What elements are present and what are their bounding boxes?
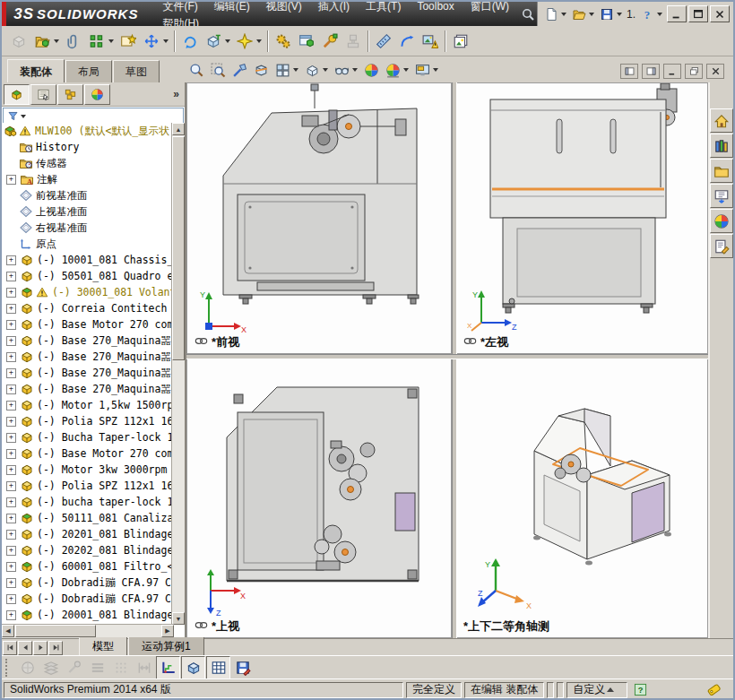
filter-funnel-icon[interactable] [5, 108, 21, 124]
expand-plus-icon[interactable]: + [6, 255, 16, 265]
new-window-icon[interactable] [295, 30, 318, 53]
tree-item[interactable]: +(-) 20201_081 Blindagem [2, 526, 174, 542]
expand-plus-icon[interactable]: + [6, 610, 16, 620]
expand-plus-icon[interactable]: + [6, 272, 16, 281]
quick-tip-icon[interactable]: ? [630, 680, 650, 700]
next-icon[interactable] [33, 641, 48, 655]
save-view-icon[interactable] [231, 657, 254, 678]
appearances-icon[interactable] [710, 209, 733, 233]
filter-dropdown-caret[interactable] [21, 115, 26, 118]
tree-item[interactable]: +(-) Base 270_Maquina噐c [2, 349, 174, 365]
tree-item[interactable]: 原点 [2, 236, 174, 252]
dropdown-caret[interactable] [108, 39, 114, 43]
scene-icon[interactable] [382, 59, 403, 81]
tree-item[interactable]: 上视基准面 [2, 203, 174, 220]
zoom-area-icon[interactable] [207, 59, 229, 81]
tree-item[interactable]: +(-) 20202_081 Blindagem [2, 542, 174, 558]
dropdown-caret[interactable] [54, 39, 59, 43]
custom-properties-icon[interactable] [710, 234, 733, 258]
tree-item[interactable]: +(-) Base 270_Maquina噐c [2, 381, 174, 397]
tree-item[interactable]: +(-) 50501_081 Quadro el閉 [2, 268, 174, 284]
expand-plus-icon[interactable]: + [6, 288, 16, 298]
component-pattern-icon[interactable] [85, 30, 108, 53]
tree-vertical-scrollbar[interactable]: ▲ ▼ [171, 123, 185, 625]
zoom-fit-icon[interactable] [186, 59, 207, 81]
dropdown-caret[interactable] [256, 39, 262, 43]
scroll-up-icon[interactable]: ▲ [172, 123, 185, 135]
units-selector[interactable]: 自定义 [566, 682, 627, 698]
section-view-icon[interactable] [250, 59, 272, 81]
tag-icon[interactable] [704, 680, 723, 700]
expand-plus-icon[interactable]: + [6, 465, 16, 475]
tree-item[interactable]: +(-) Motor 1,5kw 1500rpm [2, 397, 174, 413]
dropdown-caret[interactable] [163, 39, 169, 43]
appearance-icon[interactable] [360, 59, 382, 81]
doc-close-icon[interactable] [706, 64, 724, 79]
expand-plus-icon[interactable]: + [6, 433, 16, 443]
display-cube-icon[interactable] [181, 656, 205, 679]
close-button[interactable] [710, 5, 730, 22]
move-component-icon[interactable] [140, 30, 163, 53]
displaymanager-tab-icon[interactable] [84, 84, 110, 105]
first-icon[interactable] [3, 641, 17, 655]
tree-item[interactable]: MLW100 (默认<默认_显示状 [2, 123, 174, 139]
menu-item-5[interactable]: Toolbox [409, 0, 462, 16]
viewport-left[interactable]: Y Z X *左视 [455, 82, 708, 354]
propertymanager-tab-icon[interactable] [30, 84, 56, 105]
tab-assembly[interactable]: 装配体 [7, 59, 65, 82]
tree-item[interactable]: 传感器 [2, 155, 174, 171]
tree-item[interactable]: +(-) Polia SPZ 112x1 161C [2, 478, 174, 494]
expand-plus-icon[interactable]: + [6, 594, 16, 604]
tree-item[interactable]: +(-) 50111_081 Canaliza功 [2, 510, 174, 526]
pane-left-icon[interactable] [620, 64, 638, 79]
expand-plus-icon[interactable]: + [6, 320, 16, 330]
scroll-left-icon[interactable]: ◀ [2, 625, 14, 637]
tab-motion-study-1[interactable]: 运动算例1 [128, 637, 204, 656]
reference-geometry-icon[interactable] [395, 30, 419, 53]
save-button[interactable] [597, 4, 617, 24]
open-folder-button[interactable] [569, 4, 589, 24]
expand-plus-icon[interactable]: + [6, 401, 16, 410]
zoom-selection-icon[interactable] [229, 59, 250, 81]
expand-plus-icon[interactable]: + [6, 417, 16, 427]
insert-components-icon[interactable] [30, 30, 54, 53]
home-icon[interactable] [710, 108, 733, 133]
measure-icon[interactable] [372, 30, 395, 53]
expand-plus-icon[interactable]: + [6, 175, 16, 185]
expand-plus-icon[interactable]: + [6, 546, 16, 556]
dropdown-caret[interactable] [352, 68, 358, 72]
dropdown-caret[interactable] [589, 13, 594, 16]
tab-sketch[interactable]: 草图 [113, 60, 160, 82]
expand-plus-icon[interactable]: + [6, 497, 16, 507]
view-settings-icon[interactable] [411, 59, 433, 81]
tree-item[interactable]: +(-) Base Motor 270 com f [2, 445, 174, 462]
display-style-icon[interactable] [301, 59, 323, 81]
rotate-component-icon[interactable] [178, 30, 202, 53]
expand-plus-icon[interactable]: + [6, 304, 16, 314]
toolbar-grip-handle[interactable] [5, 659, 11, 677]
dropdown-caret[interactable] [293, 68, 298, 72]
expand-plus-icon[interactable]: + [6, 514, 16, 523]
viewport-front[interactable]: Y X *前视 [186, 82, 452, 354]
chart-icon[interactable] [156, 656, 180, 679]
prev-icon[interactable] [18, 641, 32, 655]
smart-fasteners-icon[interactable] [117, 30, 140, 53]
search-icon[interactable] [520, 4, 537, 24]
dropdown-caret[interactable] [617, 13, 622, 16]
minimize-button[interactable] [667, 5, 687, 22]
tree-item[interactable]: +(-) Bucha Taper-lock 161 [2, 429, 174, 445]
expand-plus-icon[interactable]: + [6, 385, 16, 394]
dropdown-caret[interactable] [323, 68, 328, 72]
tree-item[interactable]: +(-) 30001_081 Volante [2, 284, 174, 300]
hscroll-thumb[interactable] [15, 625, 96, 637]
view-palette-icon[interactable] [710, 184, 733, 208]
tree-item[interactable]: +(-) 20001_081 Blindagem [2, 607, 174, 623]
menu-item-1[interactable]: 编辑(E) [206, 0, 258, 16]
expand-plus-icon[interactable]: + [6, 336, 16, 346]
tree-item[interactable]: +(-) Dobradi蹦 CFA.97 CH- [2, 575, 174, 591]
menu-item-4[interactable]: 工具(T) [358, 0, 409, 16]
tree-item[interactable]: +(-) Dobradi蹦 CFA.97 CH- [2, 591, 174, 607]
expand-plus-icon[interactable]: + [6, 562, 16, 572]
panel-tabs-overflow[interactable]: » [173, 88, 183, 100]
tree-item[interactable]: +(-) Base Motor 270 com f [2, 316, 174, 333]
